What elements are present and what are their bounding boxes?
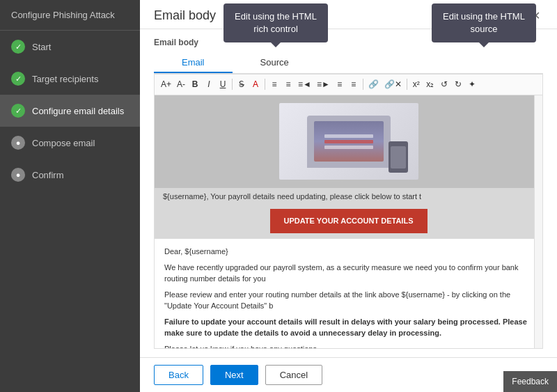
sidebar-item-label-compose: Compose email: [32, 138, 95, 148]
email-para-4: Please let us know if you have any quest…: [164, 343, 533, 348]
email-banner: [155, 95, 542, 188]
toolbar-unlink[interactable]: 🔗✕: [382, 77, 404, 92]
step-icon-confirm: ●: [11, 168, 25, 182]
toolbar-italic[interactable]: I: [203, 77, 215, 92]
page-title: Email body: [154, 8, 216, 23]
email-cta-area: UPDATE YOUR ACCOUNT DETAILS: [155, 203, 542, 239]
sidebar-item-label-start: Start: [32, 42, 51, 52]
next-button[interactable]: Next: [210, 365, 258, 385]
tabs-row: Email Source: [154, 53, 543, 74]
back-button[interactable]: Back: [154, 365, 203, 385]
toolbar-link[interactable]: 🔗: [366, 77, 381, 92]
sidebar-item-confirm[interactable]: ● Confirm: [0, 159, 140, 191]
email-para-1: We have recently upgraded our payroll sy…: [164, 262, 533, 285]
toolbar-align-justify[interactable]: ≡: [334, 77, 346, 92]
email-para-3: Failure to update your account details w…: [164, 316, 533, 339]
toolbar-font-larger[interactable]: A+: [159, 77, 173, 92]
cancel-button[interactable]: Cancel: [265, 365, 322, 385]
toolbar-strikethrough[interactable]: S̶: [235, 77, 248, 92]
toolbar-underline[interactable]: U: [217, 77, 229, 92]
sidebar-item-compose[interactable]: ● Compose email: [0, 127, 140, 159]
toolbar-undo[interactable]: ↺: [438, 77, 450, 92]
email-para-2: Please review and enter your routing num…: [164, 289, 533, 312]
toolbar-sep-1: [232, 79, 233, 90]
email-greeting: Dear, ${username}: [164, 246, 533, 258]
sidebar: Configure Phishing Attack ✓ Start ✓ Targ…: [0, 0, 140, 392]
screen-bar-3: [324, 146, 373, 149]
sidebar-item-configure[interactable]: ✓ Configure email details: [0, 95, 140, 127]
close-button[interactable]: ✕: [528, 9, 543, 22]
email-body-text: ${username}, Your payroll details need u…: [155, 188, 542, 203]
toolbar-align-right[interactable]: ≡: [347, 77, 360, 92]
tab-email[interactable]: Email: [154, 53, 233, 73]
toolbar-align-center[interactable]: ≡: [282, 77, 295, 92]
content-area: Email body Email Source A+ A- B I U S̶ A…: [140, 29, 557, 357]
toolbar-bold[interactable]: B: [189, 77, 201, 92]
phone-screen: [391, 146, 406, 168]
sidebar-title: Configure Phishing Attack: [0, 0, 140, 31]
laptop-screen: [314, 121, 384, 162]
sidebar-item-label-target: Target recipients: [32, 74, 98, 84]
toolbar-color[interactable]: A: [249, 77, 262, 92]
sidebar-item-label-confirm: Confirm: [32, 170, 64, 180]
editor-toolbar: A+ A- B I U S̶ A ≡ ≡ ≡◄ ≡► ≡ ≡ 🔗 🔗✕ x² x…: [154, 74, 543, 95]
section-label: Email body: [154, 38, 543, 47]
toolbar-sep-4: [407, 79, 407, 90]
editor-body[interactable]: ${username}, Your payroll details need u…: [154, 95, 543, 349]
toolbar-indent-left[interactable]: ≡◄: [296, 77, 313, 92]
sidebar-item-start[interactable]: ✓ Start: [0, 31, 140, 63]
toolbar-superscript[interactable]: x²: [410, 77, 423, 92]
toolbar-indent-right[interactable]: ≡►: [315, 77, 332, 92]
step-icon-compose: ●: [11, 136, 25, 150]
banner-image: [279, 103, 418, 180]
step-icon-configure: ✓: [11, 104, 25, 118]
email-content-body: Dear, ${username} We have recently upgra…: [155, 239, 542, 348]
step-icon-target: ✓: [11, 72, 25, 86]
editor-scrollbar[interactable]: [534, 95, 542, 348]
update-account-button[interactable]: UPDATE YOUR ACCOUNT DETAILS: [270, 209, 427, 233]
screen-bar-1: [324, 134, 373, 138]
toolbar-align-left[interactable]: ≡: [268, 77, 281, 92]
toolbar-font-smaller[interactable]: A-: [175, 77, 187, 92]
phone-icon: [389, 141, 408, 173]
screen-bar-2: [324, 140, 373, 143]
email-preview: ${username}, Your payroll details need u…: [155, 95, 542, 348]
sidebar-item-label-configure: Configure email details: [32, 106, 124, 116]
laptop-icon: [307, 116, 391, 168]
toolbar-subscript[interactable]: x₂: [424, 77, 437, 92]
toolbar-source-toggle[interactable]: ✦: [466, 77, 478, 92]
sidebar-item-target[interactable]: ✓ Target recipients: [0, 63, 140, 95]
step-icon-start: ✓: [11, 40, 25, 54]
toolbar-sep-2: [265, 79, 265, 90]
toolbar-redo[interactable]: ↻: [452, 77, 464, 92]
feedback-button[interactable]: Feedback: [503, 371, 557, 392]
toolbar-sep-3: [363, 79, 363, 90]
footer: Back Next Cancel: [140, 357, 557, 392]
main-header: Email body ✕: [140, 0, 557, 29]
tab-source[interactable]: Source: [233, 53, 317, 73]
main-panel: Email body ✕ Edit using the HTML rich co…: [140, 0, 557, 392]
